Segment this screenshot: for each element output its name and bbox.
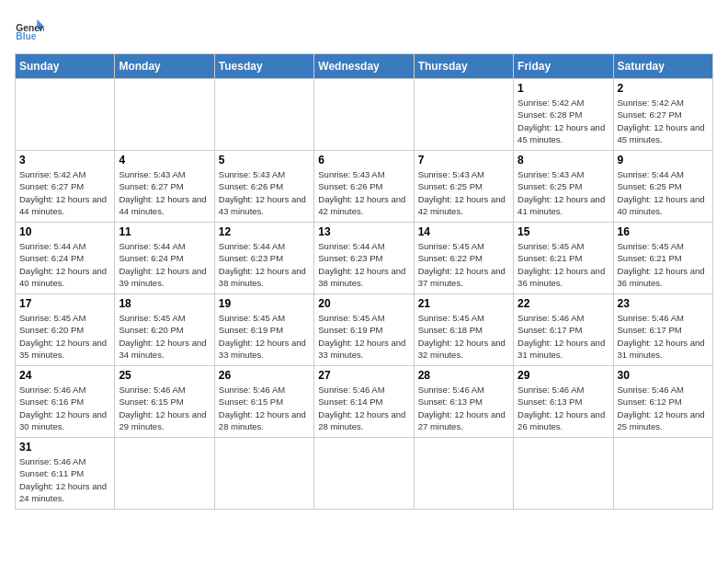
day-number: 24 <box>19 369 110 382</box>
day-number: 6 <box>318 154 409 167</box>
calendar-cell-w5-d6 <box>613 438 712 510</box>
day-number: 20 <box>318 297 409 310</box>
day-info: Sunrise: 5:46 AMSunset: 6:12 PMDaylight:… <box>618 384 709 432</box>
day-info: Sunrise: 5:43 AMSunset: 6:25 PMDaylight:… <box>418 168 509 217</box>
day-number: 21 <box>418 297 509 310</box>
calendar-cell-w0-d6: 2Sunrise: 5:42 AMSunset: 6:27 PMDaylight… <box>613 79 712 151</box>
calendar-cell-w0-d4 <box>414 79 513 151</box>
calendar-cell-w1-d5: 8Sunrise: 5:43 AMSunset: 6:25 PMDaylight… <box>514 151 613 223</box>
day-info: Sunrise: 5:45 AMSunset: 6:20 PMDaylight:… <box>119 312 210 361</box>
weekday-header-saturday: Saturday <box>613 54 712 79</box>
calendar-cell-w3-d5: 22Sunrise: 5:46 AMSunset: 6:17 PMDayligh… <box>514 294 613 366</box>
day-number: 19 <box>219 297 310 310</box>
day-info: Sunrise: 5:46 AMSunset: 6:17 PMDaylight:… <box>518 312 609 361</box>
day-info: Sunrise: 5:46 AMSunset: 6:13 PMDaylight:… <box>418 384 509 432</box>
day-info: Sunrise: 5:42 AMSunset: 6:27 PMDaylight:… <box>618 97 709 145</box>
day-number: 25 <box>119 369 210 382</box>
day-info: Sunrise: 5:45 AMSunset: 6:21 PMDaylight:… <box>618 240 709 289</box>
calendar-cell-w4-d1: 25Sunrise: 5:46 AMSunset: 6:15 PMDayligh… <box>115 366 214 438</box>
day-number: 22 <box>518 297 609 310</box>
calendar-cell-w2-d6: 16Sunrise: 5:45 AMSunset: 6:21 PMDayligh… <box>613 223 712 294</box>
day-info: Sunrise: 5:46 AMSunset: 6:13 PMDaylight:… <box>518 384 609 432</box>
calendar-cell-w1-d6: 9Sunrise: 5:44 AMSunset: 6:25 PMDaylight… <box>613 151 712 223</box>
day-number: 23 <box>618 297 709 310</box>
day-info: Sunrise: 5:44 AMSunset: 6:23 PMDaylight:… <box>219 240 310 289</box>
day-number: 9 <box>618 154 709 167</box>
day-info: Sunrise: 5:43 AMSunset: 6:26 PMDaylight:… <box>219 168 310 217</box>
calendar-cell-w4-d5: 29Sunrise: 5:46 AMSunset: 6:13 PMDayligh… <box>514 366 613 438</box>
day-number: 17 <box>19 297 110 310</box>
day-info: Sunrise: 5:45 AMSunset: 6:20 PMDaylight:… <box>19 312 110 361</box>
day-number: 18 <box>119 297 210 310</box>
calendar-cell-w5-d2 <box>214 438 313 510</box>
calendar-cell-w0-d0 <box>16 79 115 151</box>
calendar-cell-w3-d3: 20Sunrise: 5:45 AMSunset: 6:19 PMDayligh… <box>314 294 414 366</box>
day-number: 27 <box>318 369 409 382</box>
day-info: Sunrise: 5:43 AMSunset: 6:25 PMDaylight:… <box>518 168 609 217</box>
day-info: Sunrise: 5:45 AMSunset: 6:19 PMDaylight:… <box>219 312 310 361</box>
calendar-cell-w1-d3: 6Sunrise: 5:43 AMSunset: 6:26 PMDaylight… <box>314 151 414 223</box>
svg-text:Blue: Blue <box>16 31 36 41</box>
day-number: 13 <box>318 225 409 238</box>
calendar-cell-w5-d3 <box>314 438 414 510</box>
logo: General Blue <box>15 15 48 44</box>
day-number: 11 <box>119 225 210 238</box>
logo-icon: General Blue <box>15 15 44 44</box>
weekday-header-friday: Friday <box>514 54 613 79</box>
calendar-cell-w4-d0: 24Sunrise: 5:46 AMSunset: 6:16 PMDayligh… <box>16 366 115 438</box>
day-info: Sunrise: 5:45 AMSunset: 6:21 PMDaylight:… <box>518 240 609 289</box>
day-info: Sunrise: 5:44 AMSunset: 6:23 PMDaylight:… <box>318 240 409 289</box>
day-number: 16 <box>618 225 709 238</box>
calendar-cell-w2-d0: 10Sunrise: 5:44 AMSunset: 6:24 PMDayligh… <box>16 223 115 294</box>
calendar-cell-w4-d4: 28Sunrise: 5:46 AMSunset: 6:13 PMDayligh… <box>414 366 513 438</box>
day-info: Sunrise: 5:45 AMSunset: 6:19 PMDaylight:… <box>318 312 409 361</box>
weekday-header-thursday: Thursday <box>414 54 513 79</box>
calendar-cell-w2-d1: 11Sunrise: 5:44 AMSunset: 6:24 PMDayligh… <box>115 223 214 294</box>
day-number: 10 <box>19 225 110 238</box>
calendar-cell-w3-d4: 21Sunrise: 5:45 AMSunset: 6:18 PMDayligh… <box>414 294 513 366</box>
calendar-cell-w0-d3 <box>314 79 414 151</box>
calendar-cell-w3-d1: 18Sunrise: 5:45 AMSunset: 6:20 PMDayligh… <box>115 294 214 366</box>
calendar-cell-w1-d2: 5Sunrise: 5:43 AMSunset: 6:26 PMDaylight… <box>214 151 313 223</box>
calendar-cell-w3-d0: 17Sunrise: 5:45 AMSunset: 6:20 PMDayligh… <box>16 294 115 366</box>
day-number: 29 <box>518 369 609 382</box>
day-info: Sunrise: 5:44 AMSunset: 6:24 PMDaylight:… <box>119 240 210 289</box>
calendar-cell-w2-d3: 13Sunrise: 5:44 AMSunset: 6:23 PMDayligh… <box>314 223 414 294</box>
day-info: Sunrise: 5:42 AMSunset: 6:28 PMDaylight:… <box>518 97 609 145</box>
day-info: Sunrise: 5:46 AMSunset: 6:11 PMDaylight:… <box>19 455 110 504</box>
day-info: Sunrise: 5:46 AMSunset: 6:14 PMDaylight:… <box>318 384 409 432</box>
calendar-cell-w2-d5: 15Sunrise: 5:45 AMSunset: 6:21 PMDayligh… <box>514 223 613 294</box>
calendar-cell-w5-d1 <box>115 438 214 510</box>
calendar-cell-w5-d4 <box>414 438 513 510</box>
day-number: 15 <box>518 225 609 238</box>
day-number: 14 <box>418 225 509 238</box>
day-number: 28 <box>418 369 509 382</box>
day-number: 12 <box>219 225 310 238</box>
day-number: 5 <box>219 154 310 167</box>
day-info: Sunrise: 5:45 AMSunset: 6:18 PMDaylight:… <box>418 312 509 361</box>
weekday-header-monday: Monday <box>115 54 214 79</box>
day-number: 7 <box>418 154 509 167</box>
day-number: 31 <box>19 441 110 454</box>
calendar-cell-w0-d2 <box>214 79 313 151</box>
weekday-header-wednesday: Wednesday <box>314 54 414 79</box>
calendar-cell-w3-d6: 23Sunrise: 5:46 AMSunset: 6:17 PMDayligh… <box>613 294 712 366</box>
calendar-cell-w0-d5: 1Sunrise: 5:42 AMSunset: 6:28 PMDaylight… <box>514 79 613 151</box>
day-info: Sunrise: 5:44 AMSunset: 6:25 PMDaylight:… <box>618 168 709 217</box>
calendar-cell-w4-d2: 26Sunrise: 5:46 AMSunset: 6:15 PMDayligh… <box>214 366 313 438</box>
day-number: 26 <box>219 369 310 382</box>
day-number: 4 <box>119 154 210 167</box>
day-number: 1 <box>518 82 609 95</box>
calendar-table: SundayMondayTuesdayWednesdayThursdayFrid… <box>15 53 713 510</box>
calendar-cell-w5-d0: 31Sunrise: 5:46 AMSunset: 6:11 PMDayligh… <box>16 438 115 510</box>
day-number: 2 <box>618 82 709 95</box>
calendar-cell-w2-d2: 12Sunrise: 5:44 AMSunset: 6:23 PMDayligh… <box>214 223 313 294</box>
calendar-cell-w5-d5 <box>514 438 613 510</box>
calendar-cell-w1-d4: 7Sunrise: 5:43 AMSunset: 6:25 PMDaylight… <box>414 151 513 223</box>
weekday-header-tuesday: Tuesday <box>214 54 313 79</box>
day-number: 3 <box>19 154 110 167</box>
calendar-cell-w3-d2: 19Sunrise: 5:45 AMSunset: 6:19 PMDayligh… <box>214 294 313 366</box>
day-info: Sunrise: 5:46 AMSunset: 6:15 PMDaylight:… <box>219 384 310 432</box>
calendar-cell-w4-d6: 30Sunrise: 5:46 AMSunset: 6:12 PMDayligh… <box>613 366 712 438</box>
day-info: Sunrise: 5:44 AMSunset: 6:24 PMDaylight:… <box>19 240 110 289</box>
